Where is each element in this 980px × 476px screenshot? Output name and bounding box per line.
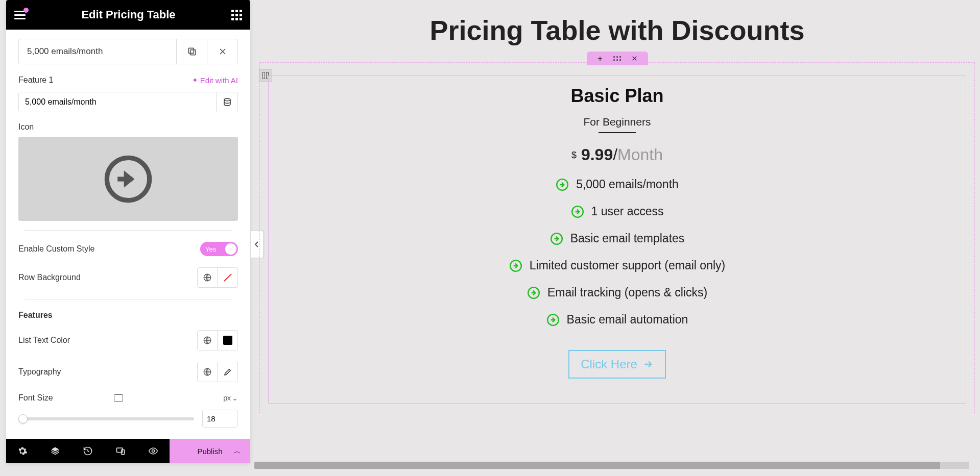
toggle-knob [225, 243, 236, 255]
price-separator: / [613, 145, 617, 164]
separator [25, 230, 232, 231]
global-color-button[interactable] [197, 267, 218, 288]
list-text-color-controls [197, 330, 238, 350]
repeater-item-header: 5,000 emails/month [18, 39, 238, 64]
delete-section-icon[interactable] [631, 55, 638, 62]
feature-label: Feature 1 [18, 76, 53, 85]
sidebar-body: 5,000 emails/month Feature 1 ✦ Edit with… [6, 30, 250, 463]
settings-icon[interactable] [6, 439, 39, 463]
history-icon[interactable] [71, 439, 104, 463]
typography-controls [197, 362, 238, 382]
feature-text: 5,000 emails/month [576, 178, 679, 191]
font-size-slider-row [18, 410, 238, 428]
arrow-circle-right-icon [546, 313, 560, 327]
price-amount: 9.99 [581, 145, 613, 164]
cta-label: Click Here [581, 357, 637, 371]
footer-tools [6, 439, 170, 463]
feature-item: Limited customer support (email only) [269, 259, 966, 272]
arrow-circle-right-icon [571, 205, 584, 218]
currency-symbol: $ [571, 150, 577, 160]
price-row: $ 9.99/Month [269, 145, 966, 164]
publish-label: Publish [197, 447, 222, 456]
chevron-up-icon[interactable]: ︿ [233, 446, 241, 456]
responsive-icon[interactable] [104, 439, 137, 463]
sidebar-header: Edit Pricing Table [6, 0, 250, 30]
global-color-button[interactable] [197, 330, 218, 350]
feature-text: Email tracking (opens & clicks) [547, 286, 707, 299]
section-toolbar [587, 52, 648, 65]
horizontal-scrollbar[interactable] [254, 462, 969, 469]
feature-text: Basic email templates [570, 232, 685, 245]
arrow-circle-right-icon [556, 178, 569, 191]
plan-title: Basic Plan [269, 85, 966, 107]
arrow-circle-right-icon [527, 286, 540, 299]
price-period: Month [617, 145, 663, 164]
svg-rect-1 [188, 48, 194, 53]
slider-thumb[interactable] [18, 414, 28, 423]
typography-label: Typography [18, 367, 61, 377]
features-list: 5,000 emails/month 1 user access Basic e… [269, 178, 966, 327]
font-size-label: Font Size [18, 393, 109, 403]
section-selection-frame[interactable]: Basic Plan For Beginners $ 9.99/Month 5,… [259, 62, 975, 413]
duplicate-button[interactable] [176, 39, 207, 64]
features-section-title: Features [18, 311, 238, 320]
repeater-item-title[interactable]: 5,000 emails/month [19, 39, 176, 64]
pricing-card[interactable]: Basic Plan For Beginners $ 9.99/Month 5,… [268, 76, 966, 404]
apps-grid-icon[interactable] [231, 10, 242, 20]
page-title: Pricing Table with Discounts [254, 14, 980, 46]
drag-handle-icon[interactable] [613, 56, 621, 61]
editor-footer: Publish ︿ [6, 439, 250, 463]
preview-icon[interactable] [137, 439, 170, 463]
icon-picker[interactable] [18, 137, 238, 221]
feature-item: Basic email templates [269, 232, 966, 245]
feature-text: Basic email automation [567, 313, 688, 327]
notification-dot [23, 8, 29, 13]
unit-label: px [223, 394, 231, 402]
font-size-unit-select[interactable]: px ⌄ [223, 394, 238, 402]
editor-sidebar: Edit Pricing Table 5,000 emails/month Fe… [6, 0, 250, 463]
feature-text-input[interactable] [19, 92, 216, 112]
edit-with-ai-button[interactable]: ✦ Edit with AI [192, 76, 238, 85]
icon-label: Icon [18, 122, 238, 132]
color-none-button[interactable] [218, 267, 238, 288]
enable-custom-style-row: Enable Custom Style Yes [18, 242, 238, 256]
enable-custom-style-toggle[interactable]: Yes [200, 242, 238, 256]
svg-point-9 [152, 450, 155, 453]
sparkle-icon: ✦ [192, 76, 198, 84]
enable-custom-style-label: Enable Custom Style [18, 244, 94, 254]
global-typography-button[interactable] [197, 362, 218, 382]
arrow-circle-right-icon [509, 259, 522, 272]
navigator-icon[interactable] [39, 439, 71, 463]
svg-point-2 [224, 98, 230, 101]
toggle-yes-label: Yes [205, 245, 216, 253]
typography-row: Typography [18, 362, 238, 382]
close-button[interactable] [207, 39, 237, 64]
color-swatch-black[interactable] [218, 330, 238, 350]
dynamic-tag-button[interactable] [216, 92, 237, 112]
add-section-icon[interactable] [596, 55, 604, 62]
feature-item: Email tracking (opens & clicks) [269, 286, 966, 299]
font-size-input[interactable] [202, 410, 238, 428]
feature-text: Limited customer support (email only) [530, 259, 725, 272]
svg-rect-0 [190, 50, 195, 55]
row-background-controls [197, 267, 238, 288]
chevron-down-icon: ⌄ [232, 394, 238, 402]
edit-ai-label: Edit with AI [200, 76, 238, 85]
responsive-device-icon[interactable] [114, 394, 123, 402]
arrow-circle-right-icon [550, 232, 563, 245]
publish-button[interactable]: Publish ︿ [170, 439, 250, 463]
feature-item: 5,000 emails/month [269, 178, 966, 191]
feature-header-row: Feature 1 ✦ Edit with AI [18, 76, 238, 85]
menu-icon[interactable] [14, 11, 26, 19]
feature-item: Basic email automation [269, 313, 966, 327]
editor-canvas: Pricing Table with Discounts Basic Plan … [254, 0, 980, 463]
separator [25, 299, 232, 299]
plan-subtitle: For Beginners [584, 116, 651, 131]
scrollbar-thumb[interactable] [254, 462, 940, 469]
list-text-color-label: List Text Color [18, 336, 70, 345]
feature-text-input-row [18, 92, 238, 112]
row-background-label: Row Background [18, 273, 81, 282]
font-size-slider[interactable] [18, 417, 194, 420]
cta-button[interactable]: Click Here [568, 350, 666, 379]
edit-typography-button[interactable] [218, 362, 238, 382]
